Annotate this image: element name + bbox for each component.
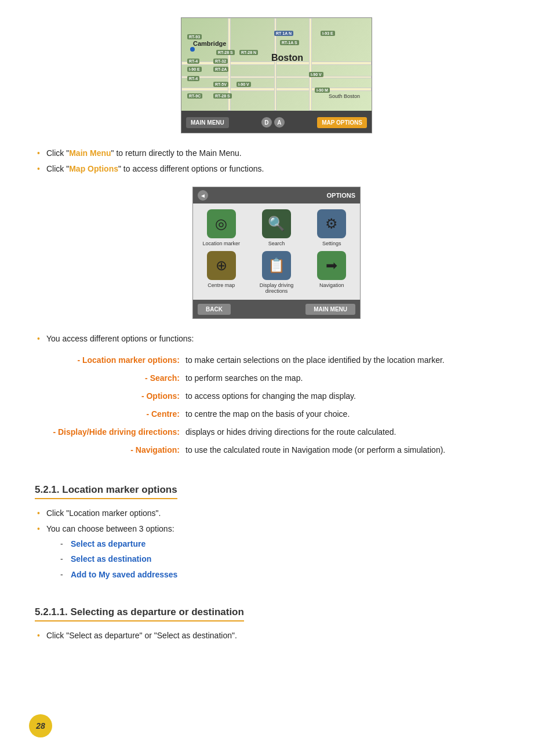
select-as-destination-label: Select as destination <box>71 554 151 564</box>
centre-desc-item: - Centre: to centre the map on the basis… <box>46 408 518 420</box>
options-desc-text: to access options for changing the map d… <box>185 390 518 402</box>
search-icon: 🔍 <box>262 209 291 238</box>
south-boston-label: South Boston <box>329 93 360 99</box>
route-tag: I-90 M <box>315 88 330 93</box>
intro-bullets: Click "Main Menu" to return directly to … <box>35 147 518 175</box>
arrival-button[interactable]: A <box>274 117 285 128</box>
main-menu-button[interactable]: MAIN MENU <box>186 117 229 128</box>
display-driving-icon: 📋 <box>262 251 291 280</box>
map-road-v3 <box>309 18 312 111</box>
back-arrow-icon: ◄ <box>198 190 208 201</box>
options-main-menu-button[interactable]: MAIN MENU <box>305 304 355 315</box>
search-desc-label: - Search: <box>46 372 185 384</box>
navigation-icon: ➡ <box>317 251 346 280</box>
bullet-map-options: Click "Map Options" to access different … <box>35 163 518 175</box>
settings-icon: ⚙ <box>317 209 346 238</box>
route-tag: RT-4 <box>187 59 199 64</box>
route-tag: RT-9C <box>187 93 202 99</box>
display-driving-desc-label: - Display/Hide driving directions: <box>46 426 185 438</box>
options-title: OPTIONS <box>326 192 355 199</box>
section-521: 5.2.1. Location marker options Click "Lo… <box>35 468 518 581</box>
search-desc-text: to perform searches on the map. <box>185 372 518 384</box>
section-521-bullet-1-text: Click "Location marker options". <box>46 508 161 518</box>
route-tag: RT-93 <box>187 34 202 39</box>
section-5211-bullet-1: Click "Select as departure" or "Select a… <box>35 630 518 642</box>
map-screenshot-container: RT-93 RT-28 S RT-28 N RT 1A N I-93 E RT-… <box>35 17 518 133</box>
section-521-bullet-2: You can choose between 3 options: Select… <box>35 523 518 581</box>
search-option[interactable]: 🔍 Search <box>251 209 301 246</box>
navigation-desc-label: - Navigation: <box>46 444 185 456</box>
centre-map-icon: ⊕ <box>207 251 236 280</box>
location-marker-desc-item: - Location marker options: to make certa… <box>46 354 518 366</box>
location-marker-label: Location marker <box>202 241 240 246</box>
route-tag: I-90 V <box>309 72 323 77</box>
route-tag: RT-32 <box>213 59 228 64</box>
route-tag: RT-28 S <box>213 93 232 99</box>
options-intro-bullet: You access different options or function… <box>35 333 518 345</box>
options-intro-text: You access different options or function… <box>46 334 194 343</box>
section-5211: 5.2.1.1. Selecting as departure or desti… <box>35 590 518 642</box>
map-road-h2 <box>181 76 372 78</box>
map-inner: RT-93 RT-28 S RT-28 N RT 1A N I-93 E RT-… <box>181 18 372 111</box>
add-to-saved-label: Add to My saved addresses <box>71 570 177 579</box>
map-bottom-bar: MAIN MENU D A MAP OPTIONS <box>181 111 372 133</box>
map-da-controls: D A <box>261 117 285 128</box>
route-tag: RT-4 <box>187 76 199 81</box>
display-driving-desc-text: displays or hides driving directions for… <box>185 426 518 438</box>
departure-button[interactable]: D <box>261 117 272 128</box>
section-5211-bullets: Click "Select as departure" or "Select a… <box>35 630 518 642</box>
centre-desc-label: - Centre: <box>46 408 185 420</box>
select-as-departure-item: Select as departure <box>60 537 518 550</box>
centre-map-option[interactable]: ⊕ Centre map <box>196 251 246 294</box>
select-as-departure-label: Select as departure <box>71 539 145 548</box>
route-tag: RT-28 S <box>216 50 235 55</box>
boston-label: Boston <box>271 53 303 63</box>
map-options-button[interactable]: MAP OPTIONS <box>317 117 367 128</box>
settings-option[interactable]: ⚙ Settings <box>307 209 357 246</box>
navigation-desc-item: - Navigation: to use the calculated rout… <box>46 444 518 456</box>
navigation-option[interactable]: ➡ Navigation <box>307 251 357 294</box>
page-number: 28 <box>29 714 52 737</box>
search-desc-item: - Search: to perform searches on the map… <box>46 372 518 384</box>
section-521-bullet-2-text: You can choose between 3 options: <box>46 524 174 533</box>
location-marker-sub-options: Select as departure Select as destinatio… <box>60 537 518 581</box>
back-button[interactable]: BACK <box>198 304 231 315</box>
display-driving-option[interactable]: 📋 Display driving directions <box>251 251 301 294</box>
main-menu-highlight: Main Menu <box>69 148 111 158</box>
location-marker-desc-text: to make certain selections on the place … <box>185 354 518 366</box>
options-screenshot-container: ◄ OPTIONS ◎ Location marker 🔍 Search ⚙ S… <box>35 187 518 319</box>
section-521-bullets: Click "Location marker options". You can… <box>35 507 518 581</box>
centre-desc-text: to centre the map on the basis of your c… <box>185 408 518 420</box>
centre-map-label: Centre map <box>208 282 235 288</box>
location-marker-desc-label: - Location marker options: <box>46 354 185 366</box>
options-bullets: You access different options or function… <box>35 333 518 345</box>
route-tag: I-90 V <box>237 82 251 87</box>
cambridge-label: Cambridge <box>193 40 226 47</box>
route-tag: RT-5V <box>213 82 228 87</box>
map-road-h3 <box>181 88 372 91</box>
route-tag: RT-1A S <box>280 40 299 45</box>
map-options-highlight: Map Options <box>69 164 118 173</box>
options-bottom-bar: BACK MAIN MENU <box>193 300 360 318</box>
options-screenshot: ◄ OPTIONS ◎ Location marker 🔍 Search ⚙ S… <box>192 187 361 319</box>
location-marker-icon: ◎ <box>207 209 236 238</box>
bullet-main-menu: Click "Main Menu" to return directly to … <box>35 147 518 159</box>
section-5211-heading: 5.2.1.1. Selecting as departure or desti… <box>35 606 244 621</box>
display-driving-desc-item: - Display/Hide driving directions: displ… <box>46 426 518 438</box>
display-driving-label: Display driving directions <box>251 282 301 294</box>
options-grid: ◎ Location marker 🔍 Search ⚙ Settings ⊕ … <box>193 203 360 300</box>
section-5211-bullet-1-text: Click "Select as departure" or "Select a… <box>46 631 237 640</box>
route-tag: RT-28 N <box>239 50 258 55</box>
search-label: Search <box>268 241 285 246</box>
add-to-saved-item: Add to My saved addresses <box>60 568 518 581</box>
location-dot <box>190 47 195 52</box>
route-tag: I-93 E <box>321 31 335 36</box>
options-description: - Location marker options: to make certa… <box>46 354 518 456</box>
section-521-bullet-1: Click "Location marker options". <box>35 507 518 519</box>
navigation-desc-text: to use the calculated route in Navigatio… <box>185 444 518 456</box>
options-desc-label: - Options: <box>46 390 185 402</box>
route-tag: RT-2A <box>213 67 228 72</box>
options-top-bar: ◄ OPTIONS <box>193 187 360 203</box>
section-521-heading: 5.2.1. Location marker options <box>35 484 177 499</box>
location-marker-option[interactable]: ◎ Location marker <box>196 209 246 246</box>
